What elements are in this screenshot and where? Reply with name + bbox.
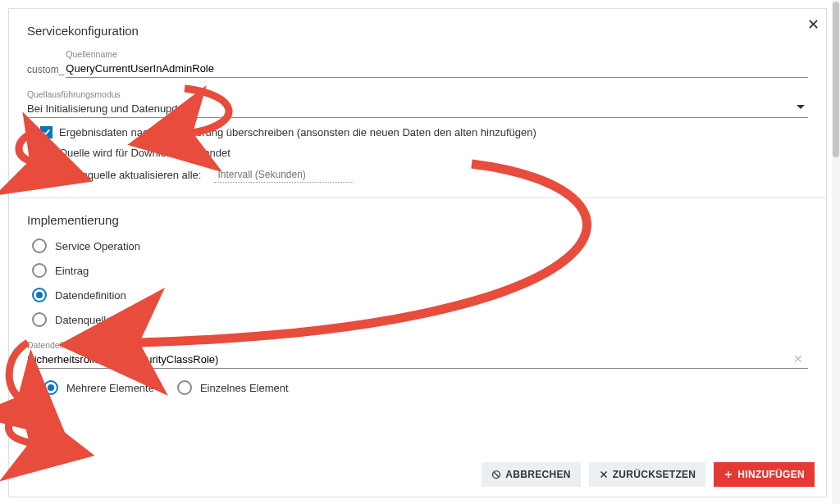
impl-option-service-operation[interactable]: Service Operation — [32, 238, 808, 253]
clear-icon[interactable]: ✕ — [793, 352, 803, 366]
impl-option-label: Service Operation — [55, 240, 140, 252]
section-title-serviceconfig: Servicekonfiguration — [27, 24, 808, 38]
chevron-down-icon — [797, 105, 805, 109]
refresh-label: Datenquelle aktualisieren alle: — [59, 169, 201, 181]
cancel-button[interactable]: ABBRECHEN — [482, 462, 580, 487]
refresh-checkbox-row[interactable]: Datenquelle aktualisieren alle: — [40, 167, 808, 183]
svg-line-1 — [494, 472, 499, 477]
dialog-footer: ABBRECHEN ZURÜCKSETZEN HINZUFÜGEN — [9, 452, 826, 497]
source-name-prefix: custom_ — [27, 64, 66, 78]
overwrite-checkbox[interactable] — [40, 126, 52, 138]
source-name-label: Quellenname — [66, 49, 808, 59]
datadef-field: Datendefinition ✕ — [27, 340, 808, 369]
source-name-field: Quellenname — [66, 49, 808, 78]
exec-mode-field: Quellausführungsmodus Bei Initialisierun… — [27, 89, 808, 118]
cancel-label: ABBRECHEN — [505, 469, 570, 480]
source-name-input[interactable] — [66, 60, 808, 78]
impl-option-datendefinition[interactable]: Datendefinition — [32, 288, 808, 302]
refresh-checkbox[interactable] — [40, 169, 52, 181]
download-label: Quelle wird für Download verwendet — [59, 147, 231, 159]
dialog: ✕ Servicekonfiguration custom_ Quellenna… — [8, 8, 827, 497]
radio-icon — [32, 312, 47, 327]
radio-icon — [177, 380, 192, 395]
download-checkbox-row[interactable]: Quelle wird für Download verwendet — [40, 147, 808, 159]
impl-option-eintrag[interactable]: Eintrag — [32, 263, 808, 278]
radio-icon — [32, 288, 47, 302]
impl-option-label: Datenquelle — [55, 314, 112, 326]
item-mode-group: Mehrere Elemente Einzelnes Element — [43, 380, 808, 395]
overwrite-label: Ergebnisdaten nach Aktualisierung übersc… — [59, 126, 536, 138]
close-icon[interactable]: ✕ — [807, 16, 819, 34]
exec-mode-select[interactable]: Bei Initialisierung und Datenupdate — [27, 100, 808, 118]
add-button[interactable]: HINZUFÜGEN — [714, 462, 815, 487]
scrollbar[interactable] — [832, 0, 840, 504]
overwrite-checkbox-row[interactable]: Ergebnisdaten nach Aktualisierung übersc… — [40, 126, 808, 138]
datadef-input[interactable] — [27, 351, 808, 369]
impl-option-label: Datendefinition — [55, 289, 126, 302]
radio-icon — [43, 380, 58, 395]
exec-mode-label: Quellausführungsmodus — [27, 89, 808, 99]
item-mode-multi[interactable]: Mehrere Elemente — [43, 380, 154, 395]
impl-option-datenquelle[interactable]: Datenquelle — [32, 312, 808, 327]
download-checkbox[interactable] — [40, 147, 52, 159]
exec-mode-value: Bei Initialisierung und Datenupdate — [27, 102, 193, 115]
section-divider — [9, 198, 826, 198]
scrollbar-thumb[interactable] — [833, 2, 839, 157]
datadef-label: Datendefinition — [27, 340, 808, 350]
item-mode-single-label: Einzelnes Element — [200, 382, 289, 394]
section-title-implementation: Implementierung — [27, 213, 808, 227]
impl-option-label: Eintrag — [55, 265, 89, 277]
reset-label: ZURÜCKSETZEN — [613, 469, 696, 480]
item-mode-multi-label: Mehrere Elemente — [66, 382, 154, 394]
radio-icon — [32, 263, 47, 278]
refresh-interval-input[interactable] — [214, 167, 354, 183]
add-label: HINZUFÜGEN — [737, 469, 805, 480]
radio-icon — [32, 238, 47, 253]
dialog-content: Servicekonfiguration custom_ Quellenname… — [9, 9, 826, 452]
reset-button[interactable]: ZURÜCKSETZEN — [589, 462, 706, 487]
source-name-row: custom_ Quellenname — [27, 49, 808, 78]
item-mode-single[interactable]: Einzelnes Element — [177, 380, 289, 395]
